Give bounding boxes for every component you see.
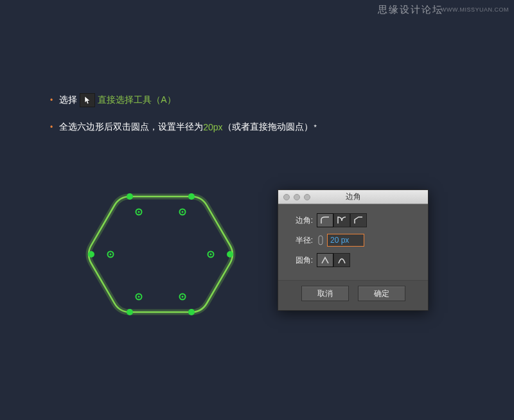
bullet-icon: • xyxy=(50,123,53,132)
corner-type-row: 边角: xyxy=(287,213,419,227)
minimize-icon[interactable] xyxy=(294,194,300,200)
rounding-label: 圆角: xyxy=(287,255,313,266)
instruction-line-2: • 全选六边形后双击圆点，设置半径为 20px （或者直接拖动圆点） * xyxy=(50,121,317,133)
svg-point-2 xyxy=(227,251,233,258)
instructions: • 选择 直接选择工具（A） • 全选六边形后双击圆点，设置半径为 20px （… xyxy=(50,93,317,147)
corner-option-inverted[interactable] xyxy=(333,213,350,227)
line2-radius: 20px xyxy=(203,122,222,132)
hexagon-shape[interactable] xyxy=(84,186,238,329)
corner-dialog: 边角 边角: 半径: 圆角: xyxy=(278,189,429,311)
dialog-button-row: 取消 确定 xyxy=(278,280,428,310)
watermark-en: WWW.MISSYUAN.COM xyxy=(441,6,509,13)
radius-input[interactable] xyxy=(327,234,364,247)
corner-option-round[interactable] xyxy=(317,213,333,227)
direct-selection-tool-icon xyxy=(80,93,95,107)
link-icon[interactable] xyxy=(317,234,324,246)
traffic-lights[interactable] xyxy=(283,194,310,200)
rounding-option-relative[interactable] xyxy=(333,253,350,267)
svg-point-5 xyxy=(88,251,94,258)
zoom-icon[interactable] xyxy=(304,194,310,200)
svg-point-15 xyxy=(182,296,184,298)
instruction-line-1: • 选择 直接选择工具（A） xyxy=(50,93,317,107)
line2-post: （或者直接拖动圆点） xyxy=(223,121,313,133)
rounding-option-absolute[interactable] xyxy=(317,253,333,267)
line1-tool: 直接选择工具（A） xyxy=(98,94,175,106)
line2-pre: 全选六边形后双击圆点，设置半径为 xyxy=(59,121,203,133)
dialog-titlebar[interactable]: 边角 xyxy=(278,190,428,204)
watermark-cn: 思缘设计论坛 xyxy=(378,4,443,16)
line2-asterisk: * xyxy=(314,123,317,131)
svg-point-3 xyxy=(188,309,195,315)
cancel-button[interactable]: 取消 xyxy=(301,286,349,301)
rounding-row: 圆角: xyxy=(287,253,419,267)
radius-row: 半径: xyxy=(287,234,419,247)
corner-option-chamfer[interactable] xyxy=(350,213,367,227)
svg-point-0 xyxy=(127,193,133,200)
radius-label: 半径: xyxy=(287,235,313,246)
svg-point-14 xyxy=(210,254,212,256)
dialog-body: 边角: 半径: 圆角: xyxy=(278,204,428,280)
bullet-icon: • xyxy=(50,96,53,105)
ok-button[interactable]: 确定 xyxy=(358,286,405,301)
svg-point-13 xyxy=(182,211,184,213)
corner-label: 边角: xyxy=(287,215,313,226)
svg-point-1 xyxy=(188,193,195,200)
svg-point-16 xyxy=(138,296,140,298)
svg-point-4 xyxy=(127,309,133,315)
svg-point-12 xyxy=(138,211,140,213)
close-icon[interactable] xyxy=(283,194,290,200)
svg-rect-18 xyxy=(319,236,323,245)
line1-pre: 选择 xyxy=(59,94,77,106)
svg-point-17 xyxy=(110,254,112,256)
